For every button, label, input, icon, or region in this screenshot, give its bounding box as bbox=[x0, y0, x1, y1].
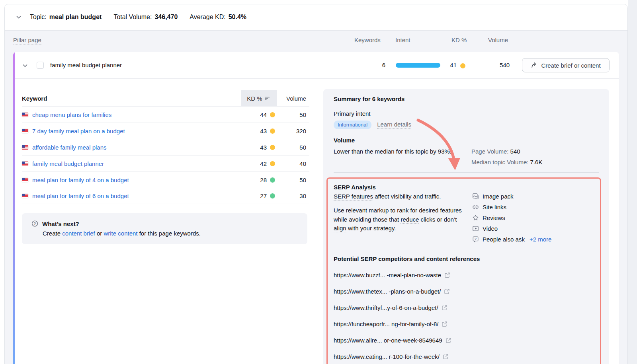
video-icon bbox=[472, 225, 479, 232]
whats-next-text-start: Create bbox=[43, 230, 61, 237]
us-flag-icon bbox=[22, 178, 28, 182]
serp-features-sentence: SERP features affect visibility and traf… bbox=[334, 193, 468, 200]
image-pack-icon bbox=[472, 193, 479, 200]
chevron-down-icon[interactable] bbox=[16, 14, 22, 20]
topic-header-bar: Topic: meal plan budget Total Volume: 34… bbox=[5, 4, 627, 30]
serp-feature-item: Image pack bbox=[472, 193, 551, 200]
volume-value: 320 bbox=[277, 128, 309, 134]
kd-value: 43 bbox=[260, 144, 267, 151]
keyword-table-row: meal plan for family of 4 on a budget 28… bbox=[22, 171, 309, 188]
external-link-icon[interactable] bbox=[442, 321, 447, 327]
kd-difficulty-dot bbox=[270, 145, 275, 150]
pillar-page-row: family meal budget planner 6 41 540 Crea… bbox=[15, 52, 619, 79]
more-features-link[interactable]: +2 more bbox=[530, 236, 551, 243]
competitor-url-row: https://www.thetex... -plans-on-a-budget… bbox=[334, 288, 595, 295]
average-kd-label: Average KD: bbox=[190, 14, 225, 21]
keyword-link[interactable]: cheap menu plans for families bbox=[32, 111, 241, 118]
header-volume: Volume bbox=[277, 95, 309, 102]
pillar-page-title[interactable]: family meal budget planner bbox=[50, 62, 122, 68]
primary-intent-label: Primary intent bbox=[334, 110, 599, 117]
keyword-table-row: cheap menu plans for families 44 50 bbox=[22, 106, 309, 123]
serp-features-link[interactable]: SERP features bbox=[334, 193, 373, 200]
keyword-link[interactable]: family meal budget planner bbox=[32, 160, 241, 167]
serp-features-rest: affect visibility and traffic. bbox=[375, 193, 441, 200]
keyword-table-header: Keyword KD % Volume bbox=[22, 90, 309, 106]
external-link-icon[interactable] bbox=[444, 272, 450, 278]
competitor-url: https://funcheaporfr... ng-for-family-of… bbox=[334, 321, 438, 327]
us-flag-icon bbox=[22, 113, 28, 117]
reduce-link[interactable]: reduce bbox=[401, 216, 419, 224]
volume-value: 50 bbox=[277, 111, 309, 118]
question-circle-icon: ? bbox=[31, 220, 38, 227]
content-brief-link[interactable]: content brief bbox=[62, 230, 95, 237]
kd-difficulty-dot bbox=[270, 193, 275, 199]
people-also-ask-icon: ? bbox=[472, 236, 479, 243]
keyword-link[interactable]: meal plan for family of 4 on a budget bbox=[32, 177, 241, 183]
median-volume-value: 7.6K bbox=[530, 159, 543, 165]
header-kd-sort[interactable]: KD % bbox=[241, 90, 277, 106]
serp-features-list: Image pack Site links Reviews bbox=[472, 193, 551, 247]
keyword-link[interactable]: affordable family meal plans bbox=[32, 144, 241, 151]
create-button-label: Create brief or content bbox=[541, 62, 600, 69]
external-link-icon[interactable] bbox=[444, 288, 450, 294]
pillar-volume-value: 540 bbox=[486, 62, 510, 68]
serp-feature-label: Image pack bbox=[483, 193, 514, 200]
competitor-url-row: https://www.buzzf... -meal-plan-no-waste bbox=[334, 272, 595, 278]
kd-value: 43 bbox=[260, 128, 267, 134]
page-gutter bbox=[628, 0, 637, 364]
whats-next-text-end: for this page keywords. bbox=[139, 230, 201, 237]
serp-feature-item: Video bbox=[472, 225, 551, 232]
pillar-checkbox[interactable] bbox=[37, 62, 44, 69]
column-header-pillar-page[interactable]: Pillar page bbox=[13, 37, 41, 45]
whats-next-box: ? What’s next? Create content brief or w… bbox=[22, 213, 307, 244]
serp-feature-label: Reviews bbox=[483, 214, 505, 221]
serp-analysis-highlight-box: SERP Analysis SERP features affect visib… bbox=[326, 177, 601, 364]
learn-details-link[interactable]: Learn details bbox=[377, 121, 411, 129]
external-link-icon[interactable] bbox=[442, 305, 447, 311]
kd-difficulty-dot bbox=[270, 177, 275, 183]
pillar-page-card: family meal budget planner 6 41 540 Crea… bbox=[13, 52, 619, 364]
create-brief-or-content-button[interactable]: Create brief or content bbox=[522, 58, 610, 72]
align-link[interactable]: align bbox=[334, 225, 346, 232]
topic-card: Topic: meal plan budget Total Volume: 34… bbox=[4, 4, 628, 364]
sort-descending-icon bbox=[265, 96, 272, 101]
keyword-link[interactable]: meal plan for family of 6 on a budget bbox=[32, 193, 241, 199]
serp-feature-label: Video bbox=[483, 225, 498, 232]
svg-text:?: ? bbox=[34, 221, 36, 226]
total-volume-value: 346,470 bbox=[154, 14, 178, 21]
write-content-link[interactable]: write content bbox=[104, 230, 137, 237]
competitor-url-row: https://funcheaporfr... ng-for-family-of… bbox=[334, 321, 595, 327]
keyword-link[interactable]: 7 day family meal plan on a budget bbox=[32, 128, 241, 134]
kd-difficulty-dot bbox=[460, 63, 465, 68]
competitor-url: https://www.allre... or-one-week-8549649 bbox=[334, 337, 442, 344]
page-volume-label: Page Volume: bbox=[471, 148, 508, 155]
kd-value: 27 bbox=[260, 193, 267, 199]
competitor-url: https://www.buzzf... -meal-plan-no-waste bbox=[334, 272, 441, 278]
us-flag-icon bbox=[22, 194, 28, 198]
keyword-table: Keyword KD % Volume cheap menu plans for… bbox=[22, 90, 309, 204]
column-header-kd: KD % bbox=[451, 37, 467, 43]
volume-value: 50 bbox=[277, 177, 309, 183]
external-link-icon[interactable] bbox=[446, 337, 451, 343]
volume-value: 40 bbox=[277, 160, 309, 167]
reviews-icon bbox=[472, 214, 479, 221]
topic-label: Topic: bbox=[30, 14, 47, 21]
keyword-table-row: 7 day family meal plan on a budget 43 32… bbox=[22, 123, 309, 139]
average-kd-value: 50.4% bbox=[229, 14, 246, 21]
summary-volume-label: Volume bbox=[334, 137, 599, 144]
redirect-arrow-icon bbox=[531, 62, 537, 69]
external-link-icon[interactable] bbox=[443, 354, 449, 360]
page-volume-value: 540 bbox=[510, 148, 520, 155]
competitor-url: https://www.eating... r-100-for-the-week… bbox=[334, 353, 440, 360]
whats-next-text: Create content brief or write content fo… bbox=[43, 230, 298, 237]
kd-difficulty-dot bbox=[270, 112, 275, 117]
competitor-url-row: https://www.eating... r-100-for-the-week… bbox=[334, 353, 595, 360]
serp-feature-label: People also ask bbox=[483, 236, 525, 243]
header-keyword: Keyword bbox=[22, 95, 241, 102]
column-header-volume: Volume bbox=[488, 37, 508, 43]
chevron-down-icon[interactable] bbox=[22, 62, 28, 70]
serp-feature-item: Reviews bbox=[472, 214, 551, 221]
kd-difficulty-dot bbox=[270, 161, 275, 166]
whats-next-text-or: or bbox=[97, 230, 102, 237]
column-header-keywords: Keywords bbox=[354, 37, 381, 43]
